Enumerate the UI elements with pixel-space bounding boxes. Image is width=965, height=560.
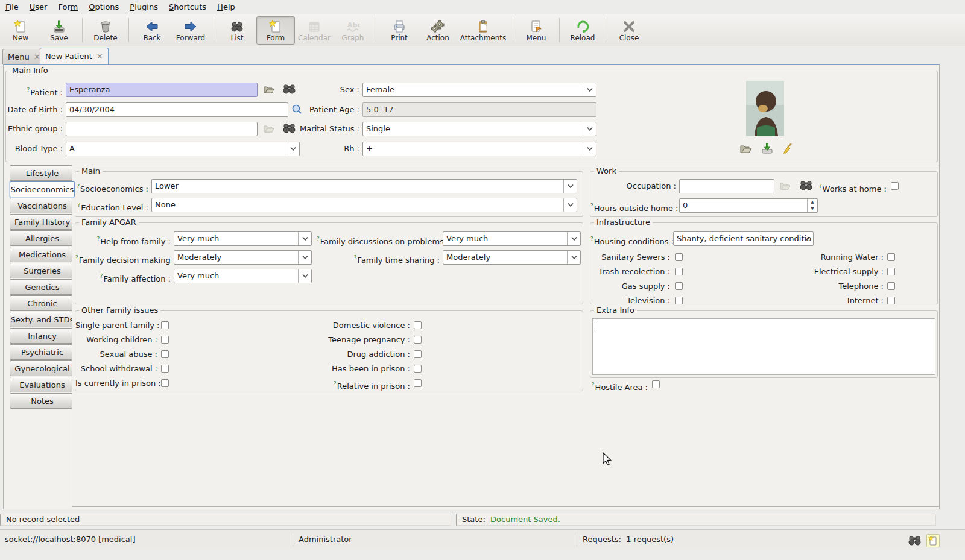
- working-children-checkbox[interactable]: [161, 336, 169, 344]
- rh-select[interactable]: +: [362, 142, 596, 156]
- blood-type-label: Blood Type :: [6, 142, 63, 156]
- tab-close-icon[interactable]: ✕: [96, 52, 103, 60]
- photo-open-icon[interactable]: [739, 142, 753, 154]
- domestic-violence-label: Domestic violence :: [256, 318, 410, 333]
- gas-supply-checkbox[interactable]: [675, 282, 683, 290]
- family-affection-select[interactable]: Very much: [174, 269, 312, 283]
- electrical-supply-checkbox[interactable]: [887, 268, 895, 275]
- occupation-input[interactable]: [679, 179, 774, 193]
- drug-addiction-checkbox[interactable]: [414, 350, 422, 358]
- sidebar-tab-sexty-and-stds[interactable]: Sexty. and STDs: [10, 312, 75, 327]
- list-view-button[interactable]: List: [218, 16, 256, 45]
- relative-in-prison-checkbox[interactable]: [414, 379, 422, 387]
- menu-user[interactable]: User: [24, 0, 53, 14]
- education-level-select[interactable]: None: [151, 198, 577, 212]
- hostile-area-checkbox[interactable]: [652, 380, 660, 388]
- photo-clear-brush-icon[interactable]: [782, 142, 795, 154]
- infrastructure-group: Infrastructure ?Housing conditions : Sha…: [590, 222, 938, 304]
- statusbar-search-icon[interactable]: [908, 535, 922, 547]
- patient-input[interactable]: Esperanza: [66, 83, 258, 97]
- trash-recolection-checkbox[interactable]: [675, 268, 683, 275]
- menu-button[interactable]: Menu: [517, 16, 555, 45]
- menu-options[interactable]: Options: [83, 0, 124, 14]
- mouse-cursor: [602, 452, 613, 470]
- sidebar-tab-vaccinations[interactable]: Vaccinations: [10, 198, 75, 213]
- spin-down-icon[interactable]: ▼: [808, 206, 817, 212]
- sidebar-tab-chronic[interactable]: Chronic: [10, 295, 75, 311]
- sidebar-tab-infancy[interactable]: Infancy: [10, 328, 75, 344]
- form-view-button[interactable]: Form: [256, 16, 295, 45]
- sidebar-tab-gynecological[interactable]: Gynecological: [10, 360, 75, 376]
- socioeconomics-select[interactable]: Lower: [151, 179, 577, 193]
- sidebar-tab-notes[interactable]: Notes: [10, 393, 75, 409]
- sidebar-tab-family-history[interactable]: Family History: [10, 214, 75, 230]
- sexual-abuse-checkbox[interactable]: [161, 350, 169, 358]
- photo-save-icon[interactable]: [761, 142, 774, 154]
- ethnic-group-input[interactable]: [66, 122, 258, 136]
- sidebar-tab-evaluations[interactable]: Evaluations: [10, 377, 75, 392]
- reload-button[interactable]: Reload: [563, 16, 602, 45]
- sidebar-tab-socioeconomics[interactable]: Socioeconomics: [10, 181, 75, 197]
- marital-status-select[interactable]: Single: [362, 122, 596, 136]
- forward-button[interactable]: Forward: [171, 16, 210, 45]
- internet-checkbox[interactable]: [887, 297, 895, 304]
- sidebar-tab-medications[interactable]: Medications: [10, 247, 75, 262]
- is-currently-in-prison-checkbox[interactable]: [161, 379, 169, 387]
- print-button[interactable]: Print: [380, 16, 419, 45]
- family-decision-making-select[interactable]: Moderately: [174, 250, 312, 265]
- teenage-pregnancy-checkbox[interactable]: [414, 336, 422, 344]
- works-at-home-checkbox[interactable]: [891, 182, 899, 190]
- menu-help[interactable]: Help: [212, 0, 241, 14]
- drug-addiction-label: Drug addiction :: [256, 347, 410, 362]
- sidebar-tab-allergies[interactable]: Allergies: [10, 230, 75, 246]
- family-time-sharing-select[interactable]: Moderately: [443, 250, 581, 265]
- sidebar-tab-lifestyle[interactable]: Lifestyle: [10, 165, 75, 181]
- form-icon: [268, 18, 283, 34]
- sidebar-tab-psychiatric[interactable]: Psychiatric: [10, 344, 75, 360]
- state-label: State:: [462, 515, 486, 524]
- menu-form[interactable]: Form: [52, 0, 83, 14]
- delete-button[interactable]: Delete: [86, 16, 125, 45]
- menu-plugins[interactable]: Plugins: [124, 0, 163, 14]
- tab-menu[interactable]: Menu ✕: [2, 49, 46, 64]
- save-button[interactable]: Save: [40, 16, 78, 45]
- electrical-supply-label: Electrical supply :: [771, 265, 884, 279]
- attachments-button[interactable]: Attachments: [457, 16, 509, 45]
- text-caret: [596, 322, 596, 331]
- infrastructure-group-title: Infrastructure: [594, 218, 653, 227]
- calendar-view-button-label: Calendar: [298, 34, 331, 42]
- sanitary-sewers-checkbox[interactable]: [675, 253, 683, 261]
- action-button[interactable]: Action: [419, 16, 457, 45]
- close-button[interactable]: Close: [610, 16, 648, 45]
- statusbar-new-record-icon[interactable]: [926, 534, 940, 547]
- menu-file[interactable]: File: [0, 0, 24, 14]
- television-checkbox[interactable]: [675, 297, 683, 304]
- menu-shortcuts[interactable]: Shortcuts: [163, 0, 212, 14]
- tab-close-icon[interactable]: ✕: [34, 53, 40, 61]
- single-parent-family-checkbox[interactable]: [161, 321, 169, 329]
- sex-select[interactable]: Female: [362, 83, 596, 97]
- domestic-violence-checkbox[interactable]: [414, 321, 422, 329]
- search-occupation-icon[interactable]: [800, 180, 813, 192]
- new-button[interactable]: New: [1, 16, 40, 45]
- back-button[interactable]: Back: [133, 16, 171, 45]
- extra-info-textarea[interactable]: [592, 318, 935, 375]
- spin-up-icon[interactable]: ▲: [808, 199, 817, 206]
- housing-conditions-select[interactable]: Shanty, deficient sanitary conditio: [673, 231, 814, 246]
- spinner-buttons[interactable]: ▲▼: [807, 199, 817, 212]
- hours-outside-home-spinner[interactable]: 0 ▲▼: [679, 198, 818, 213]
- main-info-group-title: Main Info: [10, 66, 51, 75]
- date-of-birth-input[interactable]: 04/30/2004: [66, 102, 288, 117]
- has-been-in-prison-checkbox[interactable]: [414, 365, 422, 373]
- tab-new-patient[interactable]: New Patient ✕: [40, 48, 109, 64]
- telephone-checkbox[interactable]: [887, 282, 895, 290]
- printer-icon: [392, 18, 407, 34]
- family-discussions-select[interactable]: Very much: [443, 231, 581, 246]
- sidebar-tab-genetics[interactable]: Genetics: [10, 279, 75, 295]
- help-from-family-select[interactable]: Very much: [174, 231, 312, 246]
- toolbar-separator: [513, 18, 513, 42]
- sidebar-tab-surgeries[interactable]: Surgeries: [10, 263, 75, 278]
- running-water-checkbox[interactable]: [887, 253, 895, 261]
- school-withdrawal-checkbox[interactable]: [161, 365, 169, 373]
- toolbar-separator: [559, 18, 560, 42]
